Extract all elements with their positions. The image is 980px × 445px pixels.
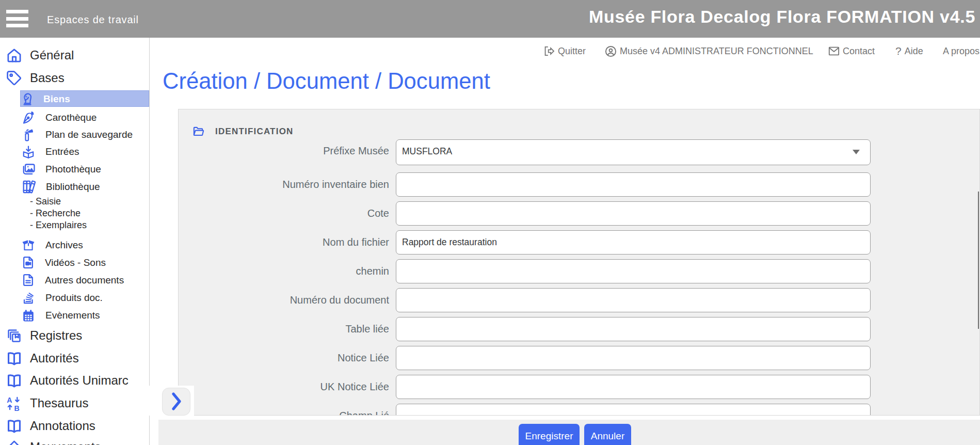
svg-text:A: A (7, 396, 12, 404)
svg-text:B: B (14, 404, 20, 411)
